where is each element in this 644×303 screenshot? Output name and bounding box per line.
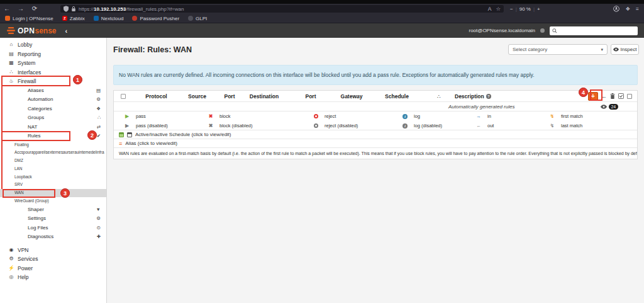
sidebar-item-vpn[interactable]: ◉VPN [0,246,106,255]
bookmark-star-icon[interactable]: ☆ [496,6,501,12]
sidebar-item-reporting[interactable]: ▤Reporting [0,50,106,59]
menu-icon[interactable]: ≡ [636,6,639,12]
sidebar-item-categories[interactable]: Categories❖ [0,105,106,114]
exchange-icon: ⇄ [97,123,101,132]
sidebar-collapse-icon[interactable]: ‹ [65,27,68,35]
shield-icon [64,6,69,12]
last-match-icon: ↯ [548,123,556,129]
sidebar-item-nat[interactable]: NAT⇄ [0,123,106,132]
show-auto-rules-eye-icon[interactable] [601,105,607,109]
sidebar-item-services[interactable]: ⚙Services [0,254,106,264]
sidebar-item-acces-externes[interactable]: Accspourappareilsexternesaurserauintemed… [0,149,106,157]
translate-icon[interactable]: A [488,6,492,12]
auto-rules-count-badge[interactable]: 24 [609,104,618,110]
pass-disabled-icon: ▶ [123,123,131,129]
zabbix-icon: Z [62,16,67,21]
sidebar-item-automation[interactable]: Automation⚙ [0,95,106,105]
legend-pass-disabled: ▶pass (disabled) [123,123,207,129]
category-select[interactable]: Select category▾ [508,44,608,55]
zoom-in-button[interactable]: + [537,6,540,12]
forward-button[interactable]: → [14,4,28,14]
sidebar-item-loopback[interactable]: Loopback [0,173,106,181]
lobby-icon: ⌂ [8,40,15,50]
out-arrow-icon: ← [475,123,482,129]
delete-selected-icon[interactable] [610,93,615,99]
active-schedule-icon [119,132,124,137]
search-icon [552,28,557,33]
column-schedule: Schedule [365,93,428,100]
table-icon: ▤ [96,86,101,96]
sidebar-item-aliases[interactable]: Aliases▤ [0,86,106,96]
sidebar-item-firewall[interactable]: ♨Firewall [0,77,106,86]
select-none-icon[interactable] [627,94,632,99]
legend-log: ilog [401,113,475,119]
sidebar-item-lan[interactable]: LAN [0,165,106,173]
back-button[interactable]: ← [0,4,14,14]
sidebar-item-log-files[interactable]: Log Files⊙ [0,224,106,233]
column-gateway: Gateway [338,93,365,100]
zoom-out-button[interactable]: − [510,6,513,12]
select-all-checkbox[interactable] [121,94,126,99]
sidebar-item-diagnostics[interactable]: Diagnostics✚ [0,232,106,242]
medkit-icon: ✚ [97,232,101,242]
opnsense-logo[interactable]: OPNsense [6,26,57,35]
legend-log-disabled: ilog (disabled) [401,123,475,129]
nextcloud-icon [94,16,99,21]
first-match-icon: ↯ [548,113,556,119]
cogs-icon: ⚙ [96,214,101,224]
move-selected-icon[interactable]: ← [601,93,607,100]
browser-navbar: ← → ⟳ https://10.192.10.253/firewall_rul… [0,4,644,14]
inspect-button[interactable]: Inspect [611,44,639,55]
sidebar: ⌂Lobby ▤Reporting ▦System ∴Interfaces ♨F… [0,38,107,303]
password-pusher-icon [132,16,137,21]
sidebar-item-settings[interactable]: Settings⚙ [0,214,106,224]
reload-button[interactable]: ⟳ [28,4,42,14]
app-header: OPNsense ‹ root@OPNsense.localdomain [0,23,644,38]
sidebar-item-groups[interactable]: Groups∴ [0,113,106,123]
log-disabled-icon: i [401,123,409,129]
zoom-level[interactable]: 90 % [519,6,531,12]
sidebar-item-help[interactable]: ◎Help [0,273,106,282]
search-input[interactable] [559,28,628,33]
legend-first-match: ↯first match [548,113,637,119]
add-rule-button[interactable]: + [588,92,598,101]
help-icon[interactable]: ? [486,94,491,99]
sidebar-item-rules[interactable]: Rules✔ [0,132,106,141]
screen: ← → ⟳ https://10.192.10.253/firewall_rul… [0,0,644,303]
filter-icon: ▼ [96,205,101,215]
sidebar-item-floating[interactable]: Floating [0,141,106,149]
legend-block-disabled: ✖block (disabled) [207,123,312,129]
bookmark-zabbix[interactable]: ZZabbix [62,16,85,21]
alias-icon: ≡ [119,140,122,147]
sidebar-item-system[interactable]: ▦System [0,59,106,68]
column-description: Description [455,93,484,100]
sidebar-item-dmz[interactable]: DMZ [0,157,106,165]
toggle-selected-icon[interactable] [618,93,624,99]
sidebar-item-srv[interactable]: SRV [0,181,106,189]
alias-row[interactable]: ≡ Alias (click to view/edit) [114,139,637,148]
lock-icon [71,6,76,12]
sitemap-icon: ∴ [428,93,450,100]
bookmark-opnsense[interactable]: Login | OPNsense [5,16,53,21]
legend-in: →in [475,113,548,119]
legend-pass: ▶pass [123,113,207,119]
extensions-icon[interactable]: ❖ [625,6,630,12]
address-bar[interactable]: https://10.192.10.253/firewall_rules.php… [60,5,504,13]
sidebar-item-wan[interactable]: WAN [0,189,106,197]
sidebar-item-shaper[interactable]: Shaper▼ [0,205,106,215]
zoom-controls: − | 90 % | + [510,6,540,12]
header-search[interactable] [550,26,638,35]
sidebar-item-lobby[interactable]: ⌂Lobby [0,40,106,50]
eye-icon [613,47,619,52]
sidebar-item-power[interactable]: ⚡Power [0,264,106,273]
status-dot [540,28,545,33]
bookmark-password-pusher[interactable]: Password Pusher [132,16,179,21]
column-protocol: Protocol [133,93,180,100]
sidebar-item-interfaces[interactable]: ∴Interfaces [0,68,106,77]
bookmark-nextcloud[interactable]: Nextcloud [94,16,124,21]
schedule-row[interactable]: Active/Inactive Schedule (click to view/… [114,130,637,139]
tags-icon: ❖ [96,105,101,114]
bookmark-glpi[interactable]: GLPI [188,16,207,21]
account-icon[interactable] [613,6,619,12]
sidebar-item-wireguard-group[interactable]: WireGuard (Group) [0,197,106,205]
